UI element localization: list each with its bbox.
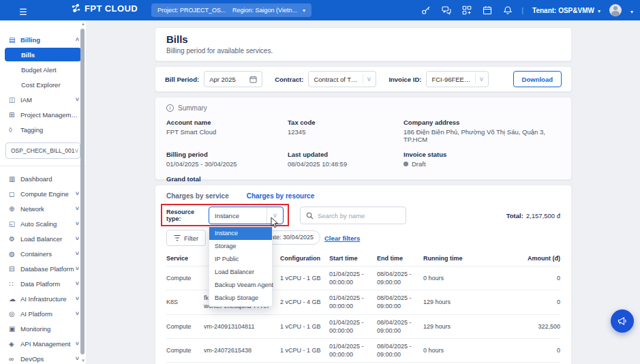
chevron-down-icon[interactable] <box>630 4 633 16</box>
load-balancer-icon: ⚙ <box>9 235 20 243</box>
table-cell: vm-240913104811 <box>204 322 280 331</box>
sidebar-item-ai-infrastructure[interactable]: ☁AI Infrastructure˅ <box>0 292 86 305</box>
search-icon <box>306 212 314 219</box>
sidebar-project-select[interactable]: OSP_CHECK_BILL_001 <box>5 142 80 159</box>
summary-field-tax-code: Tax code12345 <box>288 119 403 143</box>
hamburger-menu-icon[interactable] <box>19 5 31 15</box>
resource-type-dropdown-menu: InstanceStorageIP PublicLoad BalancerBac… <box>209 225 273 307</box>
status-dot-icon <box>403 162 408 166</box>
table-cell: Compute <box>166 346 204 354</box>
column-header-running-time: Running time <box>423 255 483 262</box>
bill-period-value[interactable] <box>209 76 245 83</box>
sidebar-item-network[interactable]: ⊕Network˅ <box>0 202 86 215</box>
invoice-id-select-value: FCI-96FEEABD <box>431 76 470 83</box>
topbar-divider: | <box>521 6 523 14</box>
clear-filters-link[interactable]: Clear filters <box>324 234 360 242</box>
sidebar-item-label: IAM <box>20 96 76 104</box>
sidebar: ▤Billing˄BillsBudget AlertCost Explorer◫… <box>0 20 86 364</box>
mouse-cursor <box>271 217 279 228</box>
dropdown-option-storage[interactable]: Storage <box>209 240 272 253</box>
dropdown-option-backup-veeam-agent[interactable]: Backup Veeam Agent <box>209 279 272 292</box>
sidebar-item-api-management[interactable]: ◈API Management˅ <box>0 337 86 350</box>
search-input[interactable] <box>318 212 400 219</box>
sidebar-item-label: API Management <box>20 340 76 348</box>
containers-icon: ◍ <box>9 250 20 258</box>
dropdown-option-backup-storage[interactable]: Backup Storage <box>209 292 272 305</box>
sidebar-item-devops[interactable]: ∞DevOps˅ <box>0 352 86 364</box>
calendar-icon[interactable] <box>483 5 492 15</box>
sidebar-item-monitoring[interactable]: ▣Monitoring <box>0 322 86 335</box>
dropdown-option-load-balancer[interactable]: Load Balancer <box>209 266 272 279</box>
summary-field-value: 186 Điện Biên Phủ, Phường Võ Thị Sáu, Qu… <box>403 128 560 143</box>
tenant-selector[interactable]: Tenant: OSP&VMW <box>532 7 600 14</box>
sidebar-item-billing[interactable]: ▤Billing˄ <box>0 33 86 46</box>
megaphone-icon <box>617 316 628 327</box>
notification-bell-icon[interactable] <box>503 5 513 15</box>
chevron-down-icon <box>475 74 484 84</box>
sidebar-item-label: AI Infrastructure <box>20 295 76 303</box>
sidebar-item-tagging[interactable]: ◊Tagging <box>0 123 86 136</box>
calendar-icon <box>249 76 257 83</box>
table-cell: Compute <box>166 274 204 282</box>
scroll-up-icon[interactable] <box>81 22 85 26</box>
database-platform-icon: ⊟ <box>9 265 20 273</box>
sidebar-item-label: Network <box>20 205 76 213</box>
region-selector-label: Region: Saigon (Vietn... <box>232 7 297 14</box>
sidebar-scrollbar[interactable] <box>79 22 86 363</box>
table-cell: 0 <box>483 346 560 354</box>
tenant-label: Tenant: OSP&VMW <box>532 7 594 14</box>
table-cell: 01/04/2025 - 00:00:00 <box>329 270 377 286</box>
data-platform-icon: ∷ <box>9 280 20 288</box>
summary-field-account-name: Account nameFPT Smart Cloud <box>166 119 288 143</box>
sidebar-item-budget-alert[interactable]: Budget Alert <box>0 63 86 76</box>
dropdown-option-ip-public[interactable]: IP Public <box>209 253 272 266</box>
ai-platform-icon: ◎ <box>9 310 20 318</box>
charges-card: Charges by service Charges by resource R… <box>155 185 572 364</box>
sidebar-item-auto-scaling[interactable]: ◱Auto Scaling˅ <box>0 217 86 230</box>
dropdown-option-instance[interactable]: Instance <box>209 227 272 240</box>
main-content: Bills Billing period for available servi… <box>86 20 640 364</box>
sidebar-item-label: Project Management <box>20 111 79 119</box>
tab-charges-by-service[interactable]: Charges by service <box>166 192 229 200</box>
search-box[interactable] <box>300 207 406 224</box>
sidebar-item-database-platform[interactable]: ⊟Database Platform˅ <box>0 262 86 275</box>
sidebar-item-bills[interactable]: Bills <box>5 48 81 61</box>
sidebar-item-containers[interactable]: ◍Containers˅ <box>0 247 86 260</box>
apps-grid-icon[interactable] <box>462 5 472 15</box>
region-selector[interactable]: Region: Saigon (Vietn... <box>226 3 311 17</box>
user-avatar[interactable] <box>609 4 622 16</box>
table-cell: 01/04/2025 - 00:00:00 <box>329 342 377 359</box>
sidebar-item-label: Tagging <box>20 126 79 134</box>
date-filter-chip-label: Date: 30/04/2025 <box>266 234 314 241</box>
tagging-icon: ◊ <box>9 126 20 134</box>
bill-period-input[interactable] <box>204 71 262 87</box>
sidebar-item-label: Compute Engine <box>20 190 76 198</box>
tab-charges-by-resource[interactable]: Charges by resource <box>247 192 315 200</box>
download-button[interactable]: Download <box>513 71 562 87</box>
scrollbar-thumb[interactable] <box>80 29 85 354</box>
sidebar-item-dashboard[interactable]: ▥Dashboard <box>0 172 86 185</box>
invoice-id-select[interactable]: FCI-96FEEABD <box>426 71 489 87</box>
summary-field-invoice-status: Invoice statusDraft <box>403 151 560 168</box>
scroll-down-icon[interactable] <box>81 359 85 363</box>
announcement-fab-button[interactable] <box>611 309 634 333</box>
sidebar-item-compute-engine[interactable]: ◻Compute Engine˅ <box>0 187 86 200</box>
fpt-cloud-logo[interactable]: FPT CLOUD <box>71 3 138 14</box>
key-icon[interactable] <box>421 5 431 15</box>
api-management-icon: ◈ <box>9 340 20 348</box>
support-chat-icon[interactable] <box>442 5 451 15</box>
filter-button[interactable]: Filter <box>166 230 206 246</box>
sidebar-item-data-platform[interactable]: ∷Data Platform˅ <box>0 277 86 290</box>
sidebar-item-project-management[interactable]: ⊞Project Management <box>0 108 86 121</box>
sidebar-item-ai-platform[interactable]: ◎AI Platform˅ <box>0 307 86 320</box>
contract-label: Contract: <box>275 76 303 83</box>
sidebar-item-iam[interactable]: ◫IAM˅ <box>0 93 86 106</box>
summary-field-last-updated: Last updated08/04/2025 10:48:59 <box>288 151 403 168</box>
sidebar-item-cost-explorer[interactable]: Cost Explorer <box>0 78 86 91</box>
resource-type-label: Resource type: <box>166 209 206 222</box>
contract-select[interactable]: Contract of Tuannn52... <box>308 71 376 87</box>
resource-type-select-value: Instance <box>215 212 266 219</box>
table-cell: 129 hours <box>423 298 483 306</box>
sidebar-item-load-balancer[interactable]: ⚙Load Balancer˅ <box>0 232 86 245</box>
devops-icon: ∞ <box>9 355 20 363</box>
